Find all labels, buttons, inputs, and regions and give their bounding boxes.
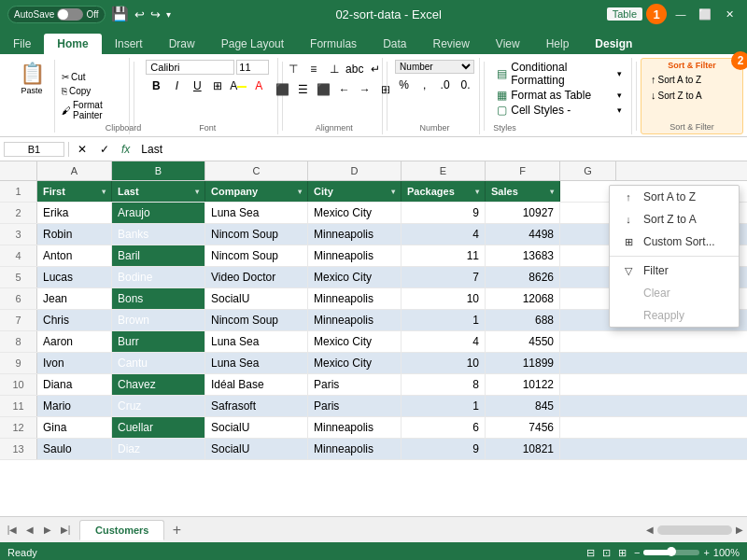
prev-sheet-button[interactable]: ◀	[21, 522, 38, 539]
minimize-button[interactable]: —	[670, 4, 691, 24]
undo-icon[interactable]: ↩	[134, 7, 145, 21]
header-cell-company[interactable]: Company ▾	[205, 181, 308, 202]
cell[interactable]: SocialU	[205, 288, 308, 309]
number-format-select[interactable]: Number	[395, 60, 474, 74]
cancel-formula-button[interactable]: ✕	[73, 140, 92, 159]
tab-design[interactable]: Design	[582, 34, 645, 54]
copy-button[interactable]: ⎘Copy	[59, 85, 106, 97]
cell[interactable]: Jean	[37, 288, 112, 309]
zoom-slider[interactable]	[643, 550, 699, 555]
fill-color-button[interactable]: A	[229, 77, 247, 95]
cell[interactable]: 6	[402, 417, 486, 438]
cell[interactable]: Minneapolis	[308, 245, 402, 266]
cell[interactable]: 10821	[486, 439, 560, 459]
cell[interactable]: Brown	[112, 310, 205, 330]
cell[interactable]: 10122	[486, 374, 560, 395]
cell[interactable]: 8	[402, 374, 486, 395]
cell[interactable]: 7456	[486, 417, 560, 438]
cell[interactable]: 11	[402, 245, 486, 266]
page-layout-icon[interactable]: ⊡	[602, 547, 611, 559]
next-sheet-button[interactable]: ▶	[39, 522, 56, 539]
cell[interactable]: Ivon	[37, 353, 112, 373]
cell[interactable]: Safrasoft	[205, 396, 308, 416]
header-cell-first[interactable]: First ▾	[37, 181, 112, 202]
cell[interactable]: Luna Sea	[205, 331, 308, 352]
cell[interactable]: Mexico City	[308, 203, 402, 223]
cell[interactable]: 11899	[486, 353, 560, 373]
tab-data[interactable]: Data	[370, 34, 419, 54]
cell[interactable]: Minneapolis	[308, 224, 402, 245]
border-button[interactable]: ⊞	[208, 77, 227, 95]
col-header-f[interactable]: F	[486, 161, 560, 180]
cell[interactable]: Aaron	[37, 331, 112, 352]
undo-more-icon[interactable]: ▾	[166, 9, 171, 20]
cell[interactable]: Minneapolis	[308, 439, 402, 459]
percent-button[interactable]: %	[395, 76, 414, 94]
col-header-e[interactable]: E	[402, 161, 486, 180]
cell[interactable]: Cruz	[112, 396, 205, 416]
dropdown-sort-az[interactable]: ↑ Sort A to Z	[610, 186, 739, 208]
scroll-left-button[interactable]: ◀	[646, 525, 654, 535]
cell[interactable]: Luna Sea	[205, 353, 308, 373]
cell[interactable]: Nincom Soup	[205, 224, 308, 245]
cell[interactable]: 12068	[486, 288, 560, 309]
tab-insert[interactable]: Insert	[102, 34, 156, 54]
table-row[interactable]: 13SauloDiazSocialUMinneapolis910821	[0, 439, 747, 460]
cell[interactable]: SocialU	[205, 417, 308, 438]
cell[interactable]: Chris	[37, 310, 112, 330]
table-row[interactable]: 9IvonCantuLuna SeaMexico City1011899	[0, 353, 747, 374]
cell[interactable]: Minneapolis	[308, 310, 402, 330]
cell[interactable]: 9	[402, 439, 486, 459]
sheet-tab-customers[interactable]: Customers	[79, 520, 164, 540]
header-cell-last[interactable]: Last ▾	[112, 181, 205, 202]
col-header-a[interactable]: A	[37, 161, 112, 180]
cell[interactable]: Nincom Soup	[205, 310, 308, 330]
align-right-button[interactable]: ⬛	[315, 80, 333, 99]
redo-icon[interactable]: ↪	[150, 7, 161, 21]
cell[interactable]: Diaz	[112, 439, 205, 459]
comma-button[interactable]: ,	[416, 76, 434, 94]
table-row[interactable]: 12GinaCuellarSocialUMinneapolis67456	[0, 417, 747, 439]
align-center-button[interactable]: ☰	[294, 80, 313, 99]
cell[interactable]: 10927	[486, 203, 560, 223]
align-bottom-button[interactable]: ⊥	[325, 60, 344, 78]
cell[interactable]: 8626	[486, 267, 560, 287]
dropdown-filter[interactable]: ▽ Filter	[610, 259, 739, 282]
cell[interactable]: Lucas	[37, 267, 112, 287]
cell[interactable]: Idéal Base	[205, 374, 308, 395]
cell[interactable]: Mario	[37, 396, 112, 416]
add-sheet-button[interactable]: +	[166, 520, 187, 540]
table-row[interactable]: 10DianaChavezIdéal BaseParis810122	[0, 374, 747, 396]
cell[interactable]: Paris	[308, 396, 402, 416]
wrap-text-button[interactable]: ↵	[366, 60, 385, 78]
cell[interactable]: Anton	[37, 245, 112, 266]
cell[interactable]: Gina	[37, 417, 112, 438]
italic-button[interactable]: I	[167, 77, 186, 95]
format-as-table-button[interactable]: ▦ Format as Table ▾	[493, 88, 626, 103]
cell[interactable]: Banks	[112, 224, 205, 245]
cell[interactable]: 4550	[486, 331, 560, 352]
page-break-icon[interactable]: ⊞	[618, 547, 627, 559]
cell-reference-input[interactable]	[4, 142, 64, 157]
cell[interactable]: Saulo	[37, 439, 112, 459]
cell-styles-button[interactable]: ▢ Cell Styles - ▾	[493, 103, 626, 118]
bold-button[interactable]: B	[147, 77, 165, 95]
scroll-right-button[interactable]: ▶	[736, 525, 743, 535]
cell[interactable]: Araujo	[112, 203, 205, 223]
col-header-g[interactable]: G	[560, 161, 616, 180]
paste-button[interactable]: 📋 Paste	[9, 60, 54, 97]
table-row[interactable]: 8AaronBurrLuna SeaMexico City44550	[0, 331, 747, 353]
cell[interactable]: 4498	[486, 224, 560, 245]
close-button[interactable]: ✕	[719, 4, 740, 24]
cell[interactable]: Bons	[112, 288, 205, 309]
cell[interactable]: 10	[402, 353, 486, 373]
orientation-button[interactable]: abc	[345, 60, 364, 78]
decrease-decimal-button[interactable]: 0.	[457, 76, 475, 94]
cell[interactable]: Paris	[308, 374, 402, 395]
font-color-button[interactable]: A	[249, 77, 268, 95]
maximize-button[interactable]: ⬜	[695, 4, 715, 24]
cell[interactable]: Bodine	[112, 267, 205, 287]
col-header-d[interactable]: D	[308, 161, 402, 180]
cell[interactable]: Cantu	[112, 353, 205, 373]
horizontal-scrollbar[interactable]	[657, 525, 732, 535]
